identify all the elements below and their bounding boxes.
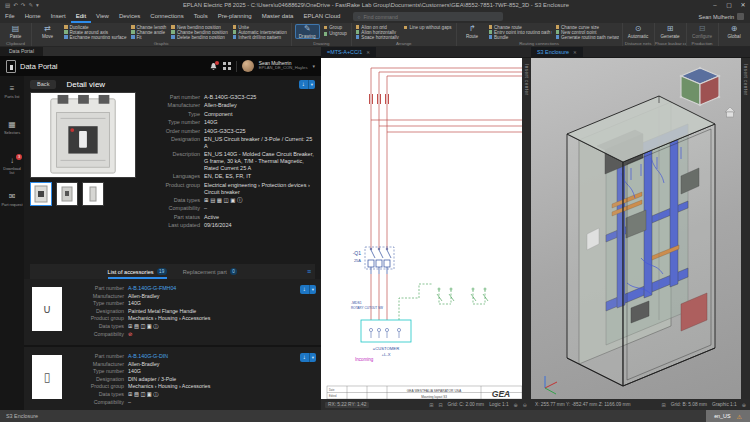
insert-center-strip[interactable]: Insert center [522, 58, 531, 399]
ribbon-command[interactable]: Change bending position [170, 30, 228, 34]
ribbon-command[interactable]: Generate routing path network [555, 35, 619, 39]
enclosure-page-tab[interactable]: S3 Enclosure ✕ [531, 47, 583, 57]
ribbon-command[interactable]: Group [323, 25, 348, 30]
minimize-button[interactable]: – [708, 0, 722, 10]
insert-center-tab[interactable]: Insert center [743, 64, 748, 399]
tab-list-of-accessories[interactable]: List of accessories 19 [108, 264, 167, 279]
ribbon-command[interactable]: Change angle [130, 30, 167, 34]
ribbon-tab[interactable]: Devices [114, 10, 145, 23]
accessory-part-link[interactable]: A-B.140G-G-DIN [128, 353, 297, 360]
accessory-thumbnail[interactable]: ▯ [32, 355, 62, 399]
snap-icon[interactable]: ⊟ [438, 402, 442, 408]
thumbnail[interactable] [82, 182, 104, 206]
detail-download-button[interactable]: ↓ ▾ [299, 80, 315, 89]
user-avatar[interactable] [242, 60, 254, 72]
thumbnail[interactable] [56, 182, 78, 206]
schematic-canvas[interactable]: -Q1 25A -MDS1 ROTARY CUTOUT SW [321, 58, 522, 399]
ribbon-tab[interactable]: Tools [189, 10, 213, 23]
ribbon-tab[interactable]: Insert [46, 10, 71, 23]
automatic-button[interactable]: ⊙ Automatic [626, 24, 651, 39]
ribbon-tab[interactable]: Home [20, 10, 46, 23]
warning-icon[interactable]: ⚠ [737, 413, 742, 420]
ribbon-command[interactable]: Line up without gaps [403, 25, 453, 30]
notifications-bell-icon[interactable] [209, 62, 218, 71]
drawing-button[interactable]: ✎ Drawing [295, 24, 320, 39]
ribbon-tab[interactable]: Pre-planning [213, 10, 257, 23]
accessory-card[interactable]: ∪ Part number A-B.140G-G-FMH04 Manufactu… [24, 279, 321, 347]
back-button[interactable]: Back [30, 80, 56, 89]
quick-access-icon[interactable]: ▤ [5, 2, 10, 8]
chevron-down-icon[interactable]: ▾ [309, 285, 316, 294]
apps-grid-icon[interactable] [223, 62, 231, 70]
ribbon-tab[interactable]: File [0, 10, 20, 23]
chevron-down-icon[interactable]: ▾ [312, 63, 315, 69]
sidebar-item[interactable]: ✉ Part request [0, 188, 24, 224]
configure-button[interactable]: ⊟ Configure [690, 24, 715, 39]
close-icon[interactable]: ✕ [573, 50, 577, 55]
sidebar-item[interactable]: ↓ 3 Download list [0, 152, 24, 188]
ribbon-command[interactable]: Fit [130, 35, 167, 39]
ribbon-command[interactable]: Duplicate [63, 25, 127, 29]
accessory-download-button[interactable]: ↓ ▾ [300, 353, 316, 362]
paste-button[interactable]: ▤ Paste [3, 24, 28, 39]
ribbon-command[interactable]: Space horizontally [355, 35, 400, 39]
download-icon[interactable]: ↓ [300, 285, 309, 294]
ribbon-tab[interactable]: Connections [145, 10, 188, 23]
product-image[interactable] [30, 92, 136, 178]
tab-replacement-part[interactable]: Replacement part 0 [183, 264, 238, 279]
move-button[interactable]: ⇄ Move [35, 24, 60, 39]
download-icon[interactable]: ↓ [299, 80, 308, 89]
zoom-out-icon[interactable]: ⊖ [523, 402, 527, 408]
find-command-input[interactable] [363, 14, 483, 20]
sidebar-item[interactable]: ≡ Parts list [0, 80, 24, 116]
ribbon-command[interactable]: Ungroup [323, 31, 348, 36]
close-button[interactable]: ✕ [736, 0, 750, 10]
ribbon-command[interactable]: Inherit drilling pattern [232, 35, 288, 39]
chevron-down-icon[interactable]: ▾ [308, 80, 315, 89]
accessory-download-button[interactable]: ↓ ▾ [300, 285, 316, 294]
ribbon-tab[interactable]: EPLAN Cloud [298, 10, 345, 23]
ribbon-command[interactable]: Change route [488, 25, 552, 29]
accessory-thumbnail[interactable]: ∪ [32, 287, 62, 331]
ribbon-command[interactable]: Align horizontally [355, 30, 400, 34]
grid-icon[interactable]: ⊞ [662, 402, 666, 408]
quick-access-icon[interactable]: ▾ [36, 2, 39, 8]
ribbon-command[interactable]: New control point [555, 30, 619, 34]
close-icon[interactable]: ✕ [366, 50, 370, 55]
menu-icon[interactable]: ≡ [307, 268, 311, 275]
ribbon-command[interactable]: Automatic interpretation [232, 30, 288, 34]
global-button[interactable]: ⊕ Global [722, 24, 747, 39]
signed-in-user[interactable]: Sean Mulherin [699, 13, 750, 20]
ribbon-command[interactable]: Delete bending position [170, 35, 228, 39]
ribbon-command[interactable]: Align on grid [355, 25, 400, 29]
ribbon-command[interactable]: Change curve size [555, 25, 619, 29]
ribbon-command[interactable]: Entry point into routing path network [488, 30, 552, 34]
route-button[interactable]: ↱ Route [460, 24, 485, 39]
ribbon-tab[interactable]: Edit [71, 10, 91, 23]
schematic-page-tab[interactable]: =MTS-A+CC/1 ✕ [321, 47, 376, 57]
insert-center-strip[interactable]: Insert center [741, 58, 750, 399]
ribbon-command[interactable]: Rotate around axis [63, 30, 127, 34]
quick-access-icon[interactable]: ↶ [13, 2, 18, 8]
sidebar-item[interactable]: ▦ Selectors [0, 116, 24, 152]
ribbon-tab[interactable]: Master data [257, 10, 299, 23]
ribbon-command[interactable]: New bending position [170, 25, 228, 29]
accessory-card[interactable]: ▯ Part number A-B.140G-G-DIN Manufacture… [24, 347, 321, 410]
grid-icon[interactable]: ⊞ [429, 402, 433, 408]
navigation-cube[interactable] [680, 67, 721, 107]
viewport-3d[interactable] [531, 58, 741, 399]
ribbon-command[interactable]: Bundle [488, 35, 552, 39]
find-command-box[interactable]: ○ [353, 12, 503, 21]
ribbon-command[interactable]: Change length [130, 25, 167, 29]
ribbon-command[interactable]: Exchange mounting surface [63, 35, 127, 39]
chevron-down-icon[interactable]: ▾ [309, 353, 316, 362]
ribbon-command[interactable]: Unite [232, 25, 288, 29]
data-portal-tab[interactable]: Data Portal [0, 47, 43, 56]
zoom-in-icon[interactable]: ⊕ [514, 402, 518, 408]
ribbon-tab[interactable]: View [91, 10, 114, 23]
accessory-part-link[interactable]: A-B.140G-G-FMH04 [128, 285, 297, 292]
quick-access-icon[interactable]: ✎ [28, 2, 33, 8]
generate-button[interactable]: ⊞ Generate [658, 24, 683, 39]
zoom-in-icon[interactable]: ⊕ [742, 402, 746, 408]
locale-indicator[interactable]: en_US [714, 413, 730, 419]
